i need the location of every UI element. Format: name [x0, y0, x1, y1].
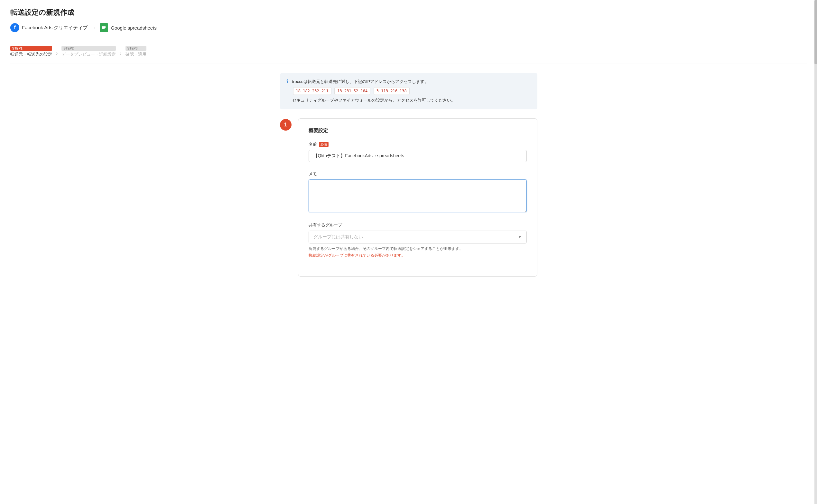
- required-badge: 必須: [319, 142, 328, 147]
- destination-label: Google spreadsheets: [111, 25, 157, 31]
- step3-label: 確認・適用: [125, 51, 146, 57]
- step1-badge: STEP1: [10, 46, 52, 51]
- section-number: 1: [280, 119, 291, 131]
- info-line2: セキュリティグループやファイアウォールの設定から、アクセスを許可してください。: [292, 97, 455, 104]
- group-select-wrapper: グループには共有しない ▼: [308, 231, 527, 243]
- google-sheets-icon: [100, 23, 108, 32]
- destination-service: Google spreadsheets: [100, 23, 157, 32]
- memo-group: メモ: [308, 171, 527, 213]
- step1-label: 転送元・転送先の設定: [10, 51, 52, 57]
- svg-rect-1: [102, 26, 106, 27]
- name-label: 名前 必須: [308, 142, 527, 147]
- info-box: ℹ troccoは転送元と転送先に対し、下記のIPアドレスからアクセスします。 …: [280, 73, 537, 109]
- scrollbar-thumb[interactable]: [814, 0, 817, 64]
- name-input[interactable]: [308, 150, 527, 162]
- section-wrapper: 1 概要設定 名前 必須 メモ: [280, 118, 537, 277]
- step2-badge: STEP2: [61, 46, 116, 51]
- info-line1: troccoは転送元と転送先に対し、下記のIPアドレスからアクセスします。: [292, 78, 455, 85]
- step3-badge: STEP3: [125, 46, 146, 51]
- step1-item: STEP1 転送元・転送先の設定: [10, 46, 52, 57]
- form-card-title: 概要設定: [308, 128, 527, 134]
- content-area: ℹ troccoは転送元と転送先に対し、下記のIPアドレスからアクセスします。 …: [280, 73, 537, 277]
- memo-label: メモ: [308, 171, 527, 177]
- chevron-down-icon: ▼: [518, 235, 522, 239]
- step2-item: STEP2 データプレビュー・詳細設定: [61, 46, 116, 57]
- step-arrow-2: ›: [120, 50, 121, 56]
- group-label: 共有するグループ: [308, 222, 527, 228]
- group-hint-link: 接続設定がグループに共有されている必要があります。: [308, 253, 527, 258]
- source-service: f Facebook Ads クリエイティブ: [10, 23, 87, 32]
- step3-item: STEP3 確認・適用: [125, 46, 146, 57]
- source-label: Facebook Ads クリエイティブ: [22, 25, 87, 31]
- group-group: 共有するグループ グループには共有しない ▼ 所属するグループがある場合、そのグ…: [308, 222, 527, 258]
- steps-bar: STEP1 転送元・転送先の設定 › STEP2 データプレビュー・詳細設定 ›…: [10, 46, 807, 63]
- form-card: 概要設定 名前 必須 メモ 共有するグループ: [298, 118, 537, 277]
- step2-label: データプレビュー・詳細設定: [61, 51, 116, 57]
- info-text: troccoは転送元と転送先に対し、下記のIPアドレスからアクセスします。 18…: [292, 78, 455, 104]
- group-hint: 所属するグループがある場合、そのグループ内で転送設定をシェアすることが出来ます。: [308, 246, 527, 252]
- name-group: 名前 必須: [308, 142, 527, 162]
- facebook-icon: f: [10, 23, 19, 32]
- page-title: 転送設定の新規作成: [10, 8, 807, 17]
- arrow-icon: →: [91, 24, 96, 31]
- ip-badge-2: 13.231.52.164: [334, 87, 370, 95]
- ip-badge-1: 18.182.232.211: [293, 87, 331, 95]
- svg-rect-3: [102, 28, 105, 29]
- group-select[interactable]: グループには共有しない ▼: [308, 231, 527, 243]
- memo-textarea[interactable]: [308, 179, 527, 212]
- ip-badge-3: 3.113.216.138: [373, 87, 410, 95]
- step-arrow-1: ›: [56, 50, 58, 56]
- connection-bar: f Facebook Ads クリエイティブ → Google spreadsh…: [10, 23, 807, 38]
- info-icon: ℹ: [286, 78, 288, 85]
- group-placeholder: グループには共有しない: [313, 234, 363, 240]
- scrollbar[interactable]: [814, 0, 817, 504]
- svg-rect-2: [102, 27, 106, 28]
